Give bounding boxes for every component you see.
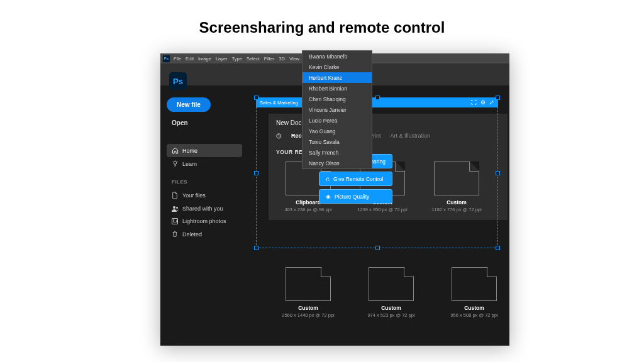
sidebar-item-label: Your files — [182, 192, 206, 199]
sidebar-item-label: Home — [182, 148, 197, 154]
person-item[interactable]: Nancy Olson — [303, 158, 372, 168]
sidebar-item-lightroom[interactable]: Lr Lightroom photos — [167, 215, 242, 228]
menu-layer[interactable]: Layer — [216, 56, 228, 62]
ps-badge-icon: Ps — [163, 55, 170, 62]
preset-name: Custom — [298, 305, 318, 311]
preset-name: Custom — [447, 199, 467, 206]
preset-name: Clipboard — [296, 199, 321, 206]
picture-quality-button[interactable]: ◈ Picture Quality — [319, 189, 392, 204]
ps-logo-icon: Ps — [169, 72, 187, 90]
sidebar-item-shared[interactable]: Shared with you — [167, 202, 242, 215]
menu-view[interactable]: View — [289, 56, 299, 62]
menu-3d[interactable]: 3D — [279, 56, 285, 62]
menu-file[interactable]: File — [174, 56, 181, 62]
preset-item[interactable]: Custom 1182 x 776 px @ 72 ppi — [428, 162, 485, 212]
gear-icon[interactable]: ⚙ — [480, 99, 486, 106]
monitor-icon[interactable]: ⛶ — [471, 99, 477, 106]
svg-point-0 — [174, 162, 177, 165]
sidebar-item-home[interactable]: Home — [167, 144, 242, 157]
preset-dims: 1182 x 776 px @ 72 ppi — [431, 207, 481, 212]
open-button[interactable]: Open — [167, 119, 242, 126]
home-icon — [172, 147, 178, 154]
sidebar-item-your-files[interactable]: Your files — [167, 189, 242, 202]
sidebar-item-label: Learn — [182, 161, 197, 167]
sidebar-item-deleted[interactable]: Deleted — [167, 228, 242, 241]
svg-point-2 — [176, 207, 178, 209]
button-label: Give Remote Control — [333, 176, 383, 182]
person-item[interactable]: Bwana Mbanefo — [303, 51, 372, 62]
menu-select[interactable]: Select — [247, 56, 260, 62]
person-item[interactable]: Sally French — [303, 147, 372, 158]
document-icon — [172, 192, 178, 199]
preset-thumb-icon — [434, 162, 479, 195]
person-item[interactable]: Yao Guang — [303, 126, 372, 136]
preset-thumb-icon — [452, 267, 497, 301]
preset-dims: 403 x 236 px @ 96 ppi — [284, 207, 331, 212]
sidebar-item-label: Deleted — [182, 231, 202, 238]
person-item[interactable]: Tonio Savala — [303, 136, 372, 147]
new-file-button[interactable]: New file — [167, 97, 211, 112]
preset-dims: 956 x 508 px @ 72 ppi — [450, 312, 497, 318]
give-remote-control-button[interactable]: ⎌ Give Remote Control — [319, 172, 392, 186]
button-label: Picture Quality — [335, 194, 369, 200]
tab-art[interactable]: Art & Illustration — [391, 133, 431, 139]
main-area: Sales & Marketing ⛶ ⚙ ⤢ New Document ◷ R… — [250, 97, 509, 346]
sidebar-item-learn[interactable]: Learn — [167, 157, 242, 170]
people-dropdown[interactable]: Bwana Mbanefo Kevin Clarke Herbert Kranz… — [302, 50, 372, 169]
preset-name: Custom — [381, 305, 401, 311]
diamond-icon: ◈ — [326, 193, 331, 200]
remote-icon: ⎌ — [326, 175, 330, 182]
people-icon — [172, 206, 178, 212]
person-item[interactable]: Chen Shaoqing — [303, 94, 372, 104]
preset-dims: 974 x 523 px @ 72 ppi — [367, 312, 414, 318]
person-item[interactable]: Lucio Perea — [303, 115, 372, 126]
recent-icon: ◷ — [276, 132, 282, 139]
svg-point-1 — [173, 206, 175, 209]
preset-item[interactable]: Custom 2560 x 1440 px @ 72 ppi — [280, 267, 336, 318]
trash-icon — [172, 231, 178, 238]
files-section-label: FILES — [172, 179, 242, 185]
expand-icon[interactable]: ⤢ — [489, 99, 494, 106]
menu-filter[interactable]: Filter — [264, 56, 275, 62]
sidebar: New file Open Home Learn FILES Your file… — [160, 97, 248, 241]
preset-item[interactable]: Custom 956 x 508 px @ 72 ppi — [446, 267, 502, 318]
person-item[interactable]: Vincens Janvier — [303, 104, 372, 115]
page-title: Screensharing and remote control — [0, 0, 644, 36]
menu-type[interactable]: Type — [232, 56, 242, 62]
preset-thumb-icon — [369, 267, 414, 301]
menu-edit[interactable]: Edit — [186, 56, 194, 62]
screenshare-header[interactable]: Sales & Marketing ⛶ ⚙ ⤢ — [256, 97, 498, 107]
menu-image[interactable]: Image — [198, 56, 211, 62]
sidebar-item-label: Lightroom photos — [182, 218, 226, 224]
person-item[interactable]: Herbert Kranz — [303, 72, 372, 83]
lightroom-icon: Lr — [172, 218, 178, 224]
preset-thumb-icon — [286, 267, 331, 301]
lightbulb-icon — [172, 160, 178, 167]
person-item[interactable]: Kevin Clarke — [303, 62, 372, 72]
preset-item[interactable]: Custom 974 x 523 px @ 72 ppi — [363, 267, 419, 318]
preset-dims: 1239 x 950 px @ 72 ppi — [357, 207, 407, 212]
sidebar-item-label: Shared with you — [182, 206, 223, 212]
preset-dims: 2560 x 1440 px @ 72 ppi — [282, 312, 335, 318]
screenshare-label: Sales & Marketing — [260, 100, 298, 106]
preset-name: Custom — [464, 305, 484, 311]
person-item[interactable]: Rhobert Binnion — [303, 83, 372, 94]
